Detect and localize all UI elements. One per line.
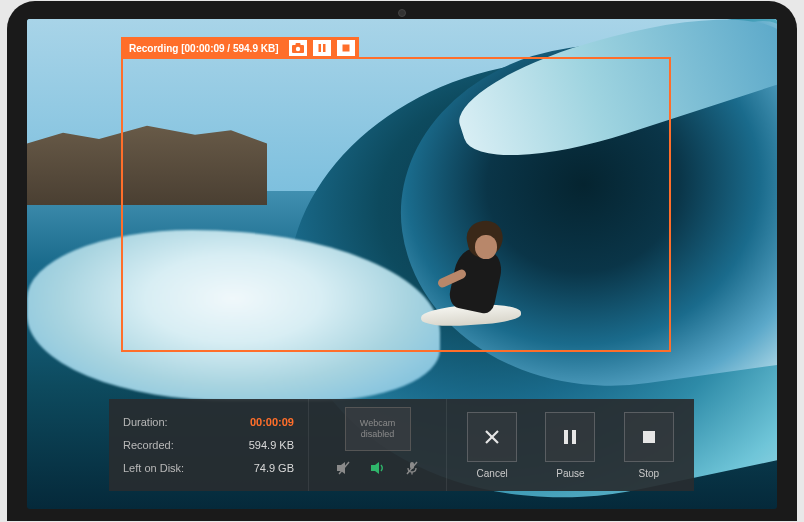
cancel-button[interactable]: Cancel xyxy=(467,412,517,479)
control-panel: Duration: 00:00:09 Recorded: 594.9 KB Le… xyxy=(109,399,694,491)
pause-label: Pause xyxy=(556,468,584,479)
svg-rect-5 xyxy=(342,45,349,52)
stats-section: Duration: 00:00:09 Recorded: 594.9 KB Le… xyxy=(109,399,309,491)
stat-left-on-disk: Left on Disk: 74.9 GB xyxy=(123,457,294,479)
system-audio-icon[interactable] xyxy=(335,459,353,477)
svg-marker-10 xyxy=(375,462,379,474)
svg-rect-3 xyxy=(318,44,321,52)
laptop-frame: Recording [00:00:09 / 594.9 KB] Duration… xyxy=(7,1,797,521)
capture-frame[interactable]: Recording [00:00:09 / 594.9 KB] xyxy=(121,57,671,352)
microphone-icon[interactable] xyxy=(403,459,421,477)
cancel-label: Cancel xyxy=(477,468,508,479)
svg-rect-9 xyxy=(371,465,375,471)
screen: Recording [00:00:09 / 594.9 KB] Duration… xyxy=(27,19,777,509)
stop-label: Stop xyxy=(639,468,660,479)
svg-rect-1 xyxy=(295,43,300,46)
stop-button[interactable]: Stop xyxy=(624,412,674,479)
pause-button[interactable]: Pause xyxy=(545,412,595,479)
left-on-disk-label: Left on Disk: xyxy=(123,462,184,474)
svg-rect-17 xyxy=(572,430,576,444)
duration-value: 00:00:09 xyxy=(250,416,294,428)
webcam-preview[interactable]: Webcam disabled xyxy=(345,407,411,451)
recorded-label: Recorded: xyxy=(123,439,174,451)
audio-toggles xyxy=(335,459,421,477)
capture-header[interactable]: Recording [00:00:09 / 594.9 KB] xyxy=(121,37,359,59)
svg-rect-16 xyxy=(564,430,568,444)
svg-rect-18 xyxy=(643,431,655,443)
stat-recorded: Recorded: 594.9 KB xyxy=(123,434,294,456)
close-icon xyxy=(482,427,502,447)
actions-section: Cancel Pause Stop xyxy=(447,399,694,491)
stop-icon xyxy=(640,428,658,446)
stop-header-button[interactable] xyxy=(337,40,355,56)
stat-duration: Duration: 00:00:09 xyxy=(123,411,294,433)
capture-header-text: Recording [00:00:09 / 594.9 KB] xyxy=(129,43,279,54)
speaker-icon[interactable] xyxy=(369,459,387,477)
recorded-value: 594.9 KB xyxy=(249,439,294,451)
webcam-section: Webcam disabled xyxy=(309,399,447,491)
screenshot-button[interactable] xyxy=(289,40,307,56)
pause-icon xyxy=(561,427,579,447)
laptop-camera xyxy=(398,9,406,17)
left-on-disk-value: 74.9 GB xyxy=(254,462,294,474)
pause-header-button[interactable] xyxy=(313,40,331,56)
svg-rect-4 xyxy=(323,44,326,52)
duration-label: Duration: xyxy=(123,416,168,428)
svg-point-2 xyxy=(295,47,299,51)
svg-rect-6 xyxy=(337,465,341,471)
